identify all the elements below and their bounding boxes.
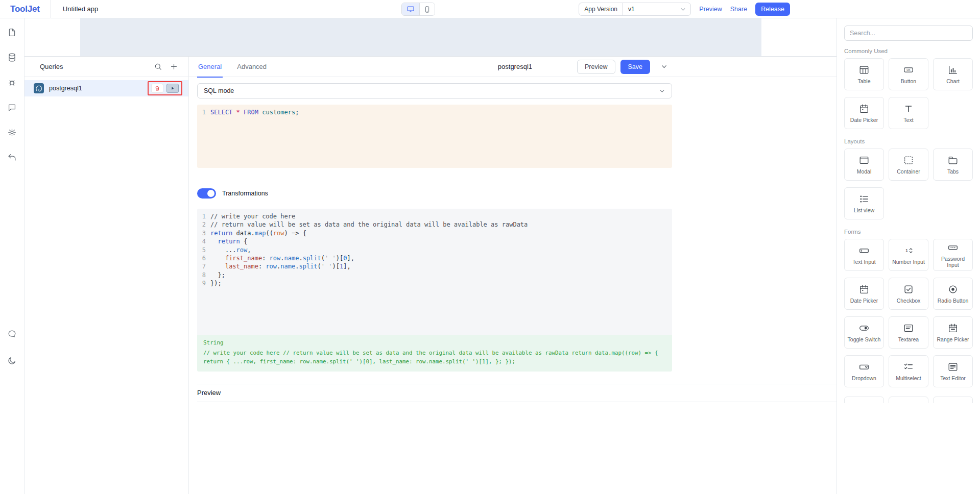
code-text: return {	[210, 237, 247, 245]
preview-section-label: Preview	[197, 384, 836, 402]
widget-card-text-editor[interactable]: Text Editor	[933, 355, 973, 387]
tab-general[interactable]: General	[197, 57, 223, 77]
query-mode-select[interactable]: SQL mode	[197, 83, 672, 98]
widget-label: Table	[857, 78, 870, 84]
widget-card-date-picker[interactable]: Date Picker	[844, 97, 884, 129]
code-line: 3return data.map((row) => {	[197, 229, 672, 237]
widget-section-title: Layouts	[844, 138, 973, 144]
widget-card-table[interactable]: Table	[844, 58, 884, 90]
code-text: ...row,	[210, 246, 251, 254]
widget-section-title: Forms	[844, 229, 973, 235]
widget-card-container[interactable]: Container	[889, 149, 928, 181]
widget-search-box	[844, 26, 973, 41]
widget-card-toggle-switch[interactable]: Toggle Switch	[844, 316, 884, 349]
undo-icon	[7, 153, 17, 162]
svg-text:OK: OK	[906, 68, 911, 71]
widget-search-input[interactable]	[850, 30, 967, 37]
widget-card-tabs[interactable]: Tabs	[933, 149, 973, 181]
widget-card-partial[interactable]	[933, 397, 973, 403]
delete-query-button[interactable]	[151, 84, 163, 93]
query-item-name: postgresql1	[49, 85, 82, 92]
tooljet-app-builder: ToolJet Untitled app App Version v1 Prev…	[0, 0, 980, 494]
play-icon	[170, 86, 175, 91]
texteditor-icon	[947, 361, 959, 373]
tab-advanced[interactable]: Advanced	[236, 57, 268, 77]
rail-button-chat-bubble[interactable]	[4, 326, 20, 342]
monitor-icon	[407, 5, 415, 13]
query-list-item[interactable]: postgresql1	[25, 80, 188, 96]
radiobutton-icon	[947, 284, 959, 295]
run-query-button[interactable]	[166, 84, 179, 93]
code-line: 1SELECT * FROM customers;	[197, 108, 672, 116]
line-number: 9	[197, 279, 210, 287]
dropdown-icon	[858, 361, 870, 373]
widget-card-date-picker[interactable]: Date Picker	[844, 278, 884, 310]
app-canvas[interactable]	[80, 18, 761, 56]
widget-label: Tabs	[947, 168, 959, 175]
widget-card-chart[interactable]: Chart	[933, 58, 973, 90]
widget-card-list-view[interactable]: List view	[844, 187, 884, 219]
widget-sections: Commonly UsedTableOKButtonChartDate Pick…	[844, 48, 973, 403]
release-button[interactable]: Release	[755, 3, 790, 16]
widget-card-multiselect[interactable]: Multiselect	[889, 355, 928, 387]
widget-card-number-input[interactable]: 1Number Input	[889, 239, 928, 271]
rail-button-datasources[interactable]	[4, 49, 20, 65]
comments-icon	[7, 103, 17, 112]
datasources-icon	[7, 53, 17, 62]
datepicker-icon	[858, 103, 870, 114]
app-version-select[interactable]: App Version v1	[579, 3, 691, 16]
preview-link[interactable]: Preview	[699, 6, 722, 13]
widget-card-password-input[interactable]: Password Input	[933, 239, 973, 271]
transformation-result: String // write your code here // return…	[197, 335, 672, 372]
widget-card-text-input[interactable]: Text Input	[844, 239, 884, 271]
rail-button-settings[interactable]	[4, 124, 20, 140]
code-text: last_name: row.name.split(' ')[1],	[210, 262, 351, 270]
rail-button-pages[interactable]	[4, 24, 20, 40]
widget-card-checkbox[interactable]: Checkbox	[889, 278, 928, 310]
widget-card-modal[interactable]: Modal	[844, 149, 884, 181]
mobile-view-button[interactable]	[419, 3, 435, 15]
datepicker-icon	[858, 284, 870, 295]
rail-button-comments[interactable]	[4, 99, 20, 115]
canvas-size-toggle	[401, 3, 435, 16]
widget-card-text[interactable]: Text	[889, 97, 928, 129]
code-text: });	[210, 279, 222, 287]
widget-card-button[interactable]: OKButton	[889, 58, 928, 90]
app-version-label: App Version	[579, 3, 623, 15]
debugger-icon	[7, 78, 17, 87]
app-title[interactable]: Untitled app	[63, 5, 98, 13]
widget-label: Toggle Switch	[848, 336, 881, 342]
code-text: // return value will be set as data and …	[210, 220, 528, 229]
container-icon	[903, 155, 914, 166]
add-query-button[interactable]	[170, 62, 178, 71]
phone-icon	[423, 6, 431, 13]
collapse-panel-button[interactable]	[660, 63, 668, 70]
line-number: 3	[197, 229, 210, 237]
widget-card-range-picker[interactable]: Range Picker	[933, 316, 973, 349]
widget-card-partial[interactable]	[844, 397, 884, 403]
search-icon	[154, 62, 162, 71]
code-line: 7 last_name: row.name.split(' ')[1],	[197, 262, 672, 270]
widget-card-partial[interactable]	[889, 397, 928, 403]
transformation-code-editor[interactable]: 1// write your code here2// return value…	[197, 209, 672, 335]
sql-code-editor[interactable]: 1SELECT * FROM customers;	[197, 105, 672, 168]
rail-button-moon[interactable]	[4, 352, 20, 368]
svg-text:1: 1	[905, 248, 908, 253]
query-list: postgresql1	[25, 77, 188, 96]
rail-button-undo[interactable]	[4, 149, 20, 165]
widget-card-radio-button[interactable]: Radio Button	[933, 278, 973, 310]
widget-label: Radio Button	[938, 298, 969, 304]
widget-label: Checkbox	[897, 298, 921, 304]
tooljet-logo[interactable]: ToolJet	[10, 4, 40, 14]
desktop-view-button[interactable]	[402, 3, 419, 15]
query-preview-button[interactable]: Preview	[577, 60, 615, 74]
code-text: // write your code here	[210, 212, 295, 220]
share-link[interactable]: Share	[730, 6, 747, 13]
transformations-toggle[interactable]	[197, 188, 216, 199]
query-save-button[interactable]: Save	[620, 60, 651, 74]
search-queries-button[interactable]	[154, 62, 162, 71]
widget-card-dropdown[interactable]: Dropdown	[844, 355, 884, 387]
rail-button-debugger[interactable]	[4, 74, 20, 90]
code-line: 4 return {	[197, 237, 672, 245]
widget-card-textarea[interactable]: Textarea	[889, 316, 928, 349]
